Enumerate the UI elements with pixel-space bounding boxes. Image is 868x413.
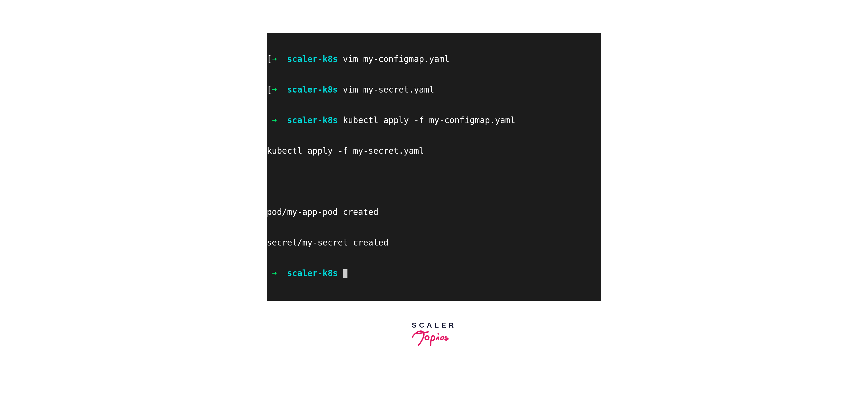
prompt-arrow-icon: ➜ — [272, 84, 277, 95]
terminal-line: ➜ scaler-k8s — [267, 268, 601, 278]
prompt-arrow-icon: ➜ — [272, 268, 277, 278]
prompt-directory: scaler-k8s — [287, 115, 338, 125]
prompt-command: kubectl apply -f my-configmap.yaml — [343, 115, 516, 125]
logo-script-icon — [410, 328, 458, 348]
bracket-icon: [ — [267, 84, 272, 95]
prompt-directory: scaler-k8s — [287, 268, 338, 278]
terminal-line: [➜ scaler-k8s vim my-secret.yaml — [267, 84, 601, 95]
prompt-arrow-icon: ➜ — [272, 54, 277, 64]
terminal-line: kubectl apply -f my-secret.yaml — [267, 146, 601, 156]
terminal-output: secret/my-secret created — [267, 238, 389, 247]
terminal-output: kubectl apply -f my-secret.yaml — [267, 146, 424, 156]
terminal-cursor — [343, 269, 347, 278]
terminal-line: ➜ scaler-k8s kubectl apply -f my-configm… — [267, 115, 601, 126]
terminal-line: [➜ scaler-k8s vim my-configmap.yaml — [267, 54, 601, 64]
document-area: [➜ scaler-k8s vim my-configmap.yaml [➜ s… — [235, 0, 633, 349]
prompt-directory: scaler-k8s — [287, 84, 338, 95]
terminal-line: pod/my-app-pod created — [267, 207, 601, 217]
terminal-window[interactable]: [➜ scaler-k8s vim my-configmap.yaml [➜ s… — [267, 33, 601, 301]
terminal-output: pod/my-app-pod created — [267, 207, 378, 217]
prompt-command: vim my-configmap.yaml — [343, 54, 449, 64]
prompt-directory: scaler-k8s — [287, 54, 338, 64]
prompt-command: vim my-secret.yaml — [343, 84, 434, 95]
bracket-icon: [ — [267, 54, 272, 64]
terminal-blank-line — [267, 176, 601, 186]
prompt-arrow-icon: ➜ — [272, 115, 277, 125]
terminal-line: secret/my-secret created — [267, 238, 601, 248]
logo-sub-text — [235, 328, 633, 349]
watermark-logo: SCALER — [235, 321, 633, 349]
